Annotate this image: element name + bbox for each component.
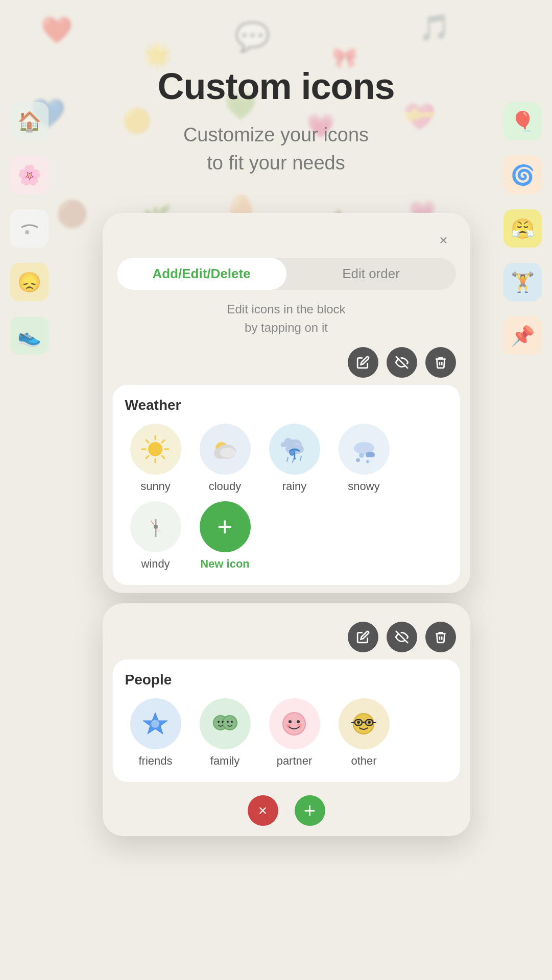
svg-point-36 — [283, 713, 305, 735]
people-bottom-actions: × + — [103, 790, 470, 836]
side-icon-wind: 🌀 — [503, 156, 542, 194]
svg-rect-21 — [366, 452, 375, 457]
page-title: Custom icons — [0, 66, 552, 107]
svg-point-45 — [357, 721, 360, 724]
weather-group: Weather — [113, 385, 460, 585]
snowy-label: snowy — [348, 480, 379, 493]
people-edit-button[interactable] — [348, 622, 378, 652]
partner-icon-circle — [269, 698, 320, 749]
side-icon-shoe: 👟 — [10, 316, 49, 355]
people-icon-friends[interactable]: friends — [125, 698, 186, 768]
tabs-container: Add/Edit/Delete Edit order — [117, 258, 456, 290]
svg-point-29 — [151, 720, 159, 728]
svg-text:❄: ❄ — [366, 459, 370, 464]
weather-icons-grid: sunny — [125, 424, 448, 571]
svg-point-33 — [222, 721, 224, 723]
add-weather-icon-button[interactable]: + — [200, 501, 251, 552]
svg-point-35 — [231, 721, 233, 723]
svg-line-19 — [293, 458, 294, 462]
svg-text:❄: ❄ — [355, 457, 361, 464]
svg-line-9 — [162, 440, 164, 443]
add-people-icon-button[interactable]: + — [295, 795, 325, 826]
side-icon-flower: 🌸 — [10, 156, 49, 194]
sunny-label: sunny — [140, 480, 171, 493]
family-label: family — [210, 754, 239, 768]
weather-icon-rainy[interactable]: rainy — [264, 424, 325, 493]
rainy-icon-circle — [269, 424, 320, 475]
phone-container: × Add/Edit/Delete Edit order Edit icons … — [103, 213, 450, 836]
weather-icon-sunny[interactable]: sunny — [125, 424, 186, 493]
snowy-icon-circle: ❄ ❄ — [339, 424, 390, 475]
main-content: Custom icons Customize your icons to fit… — [0, 0, 552, 980]
side-icon-sad: 😞 — [10, 263, 49, 301]
people-icon-other[interactable]: other — [333, 698, 395, 768]
side-icon-balloon: 🎈 — [503, 102, 542, 140]
people-cancel-button[interactable]: × — [248, 795, 278, 826]
side-icon-pin: 📌 — [503, 316, 542, 355]
people-action-icons — [103, 614, 470, 659]
modal-header: × — [103, 223, 470, 258]
side-icon-house: 🏠 — [10, 102, 49, 140]
people-group-title: People — [125, 672, 448, 688]
partner-label: partner — [277, 754, 313, 768]
people-icons-grid: friends — [125, 698, 448, 768]
people-icon-partner[interactable]: partner — [264, 698, 325, 768]
weather-icon-snowy[interactable]: ❄ ❄ snowy — [333, 424, 395, 493]
tab-edit-order[interactable]: Edit order — [286, 258, 456, 290]
svg-point-0 — [25, 230, 29, 234]
side-icon-angry: 😤 — [503, 209, 542, 248]
svg-point-38 — [297, 720, 300, 723]
svg-point-26 — [154, 525, 158, 529]
close-button[interactable]: × — [431, 228, 456, 253]
svg-line-7 — [146, 440, 149, 443]
other-icon-circle — [339, 698, 390, 749]
new-icon-label: New icon — [200, 557, 250, 571]
tab-add-edit-delete[interactable]: Add/Edit/Delete — [117, 258, 286, 290]
side-icon-sleep — [10, 209, 49, 248]
svg-point-32 — [218, 721, 220, 723]
svg-line-17 — [287, 457, 288, 461]
cloudy-icon-circle — [200, 424, 251, 475]
friends-icon-circle — [130, 698, 181, 749]
svg-point-37 — [289, 720, 292, 723]
family-icon-circle — [200, 698, 251, 749]
side-icon-dumbbell: 🏋️ — [503, 263, 542, 301]
weather-icon-cloudy[interactable]: cloudy — [195, 424, 256, 493]
right-side-icons: 🎈 🌀 😤 🏋️ 📌 — [503, 102, 542, 355]
other-label: other — [351, 754, 376, 768]
edit-button[interactable] — [348, 347, 378, 378]
svg-point-46 — [368, 721, 371, 724]
windy-icon-circle — [130, 501, 181, 552]
svg-point-34 — [227, 721, 229, 723]
modal-sheet-weather: × Add/Edit/Delete Edit order Edit icons … — [103, 213, 470, 593]
sheet-gap — [103, 593, 470, 603]
svg-point-2 — [148, 442, 162, 456]
svg-point-14 — [220, 448, 235, 458]
people-hide-button[interactable] — [387, 622, 417, 652]
modal-sheet-people: People friends — [103, 603, 470, 836]
modal-wrapper: × Add/Edit/Delete Edit order Edit icons … — [103, 213, 470, 836]
hide-button[interactable] — [387, 347, 417, 378]
hero-section: Custom icons Customize your icons to fit… — [0, 0, 552, 208]
weather-group-title: Weather — [125, 397, 448, 413]
page-subtitle: Customize your icons to fit your needs — [0, 121, 552, 177]
svg-line-8 — [162, 456, 164, 458]
weather-action-icons — [103, 347, 470, 385]
modal-hint: Edit icons in the block by tapping on it — [103, 300, 470, 347]
svg-line-10 — [146, 456, 149, 458]
friends-label: friends — [138, 754, 172, 768]
rainy-label: rainy — [282, 480, 307, 493]
sunny-icon-circle — [130, 424, 181, 475]
left-side-icons: 🏠 🌸 😞 👟 — [10, 102, 49, 355]
delete-button[interactable] — [425, 347, 456, 378]
cloudy-label: cloudy — [209, 480, 242, 493]
people-group: People friends — [113, 659, 460, 782]
weather-icon-windy[interactable]: windy — [125, 501, 186, 571]
svg-line-18 — [300, 456, 301, 460]
people-icon-family[interactable]: family — [195, 698, 256, 768]
people-delete-button[interactable] — [425, 622, 456, 652]
svg-point-31 — [223, 716, 237, 730]
svg-point-39 — [353, 714, 374, 734]
new-weather-icon[interactable]: + New icon — [195, 501, 256, 571]
windy-label: windy — [141, 557, 170, 571]
